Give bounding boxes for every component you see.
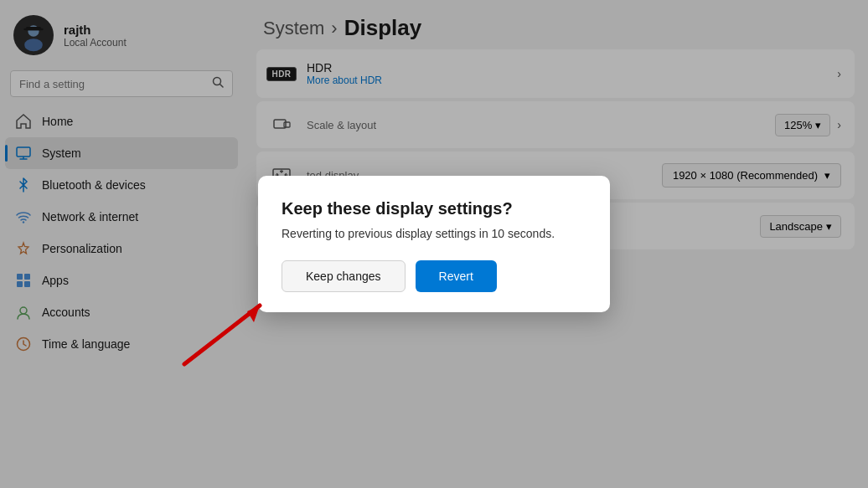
dialog-message: Reverting to previous display settings i… (282, 227, 586, 240)
dialog-title: Keep these display settings? (282, 199, 586, 218)
dialog-overlay: Keep these display settings? Reverting t… (0, 0, 868, 488)
revert-button[interactable]: Revert (416, 260, 497, 292)
dialog-buttons: Keep changes Revert (282, 260, 586, 292)
keep-settings-dialog: Keep these display settings? Reverting t… (258, 176, 610, 312)
keep-changes-button[interactable]: Keep changes (282, 260, 406, 292)
svg-marker-22 (247, 306, 260, 322)
svg-line-21 (184, 306, 260, 364)
